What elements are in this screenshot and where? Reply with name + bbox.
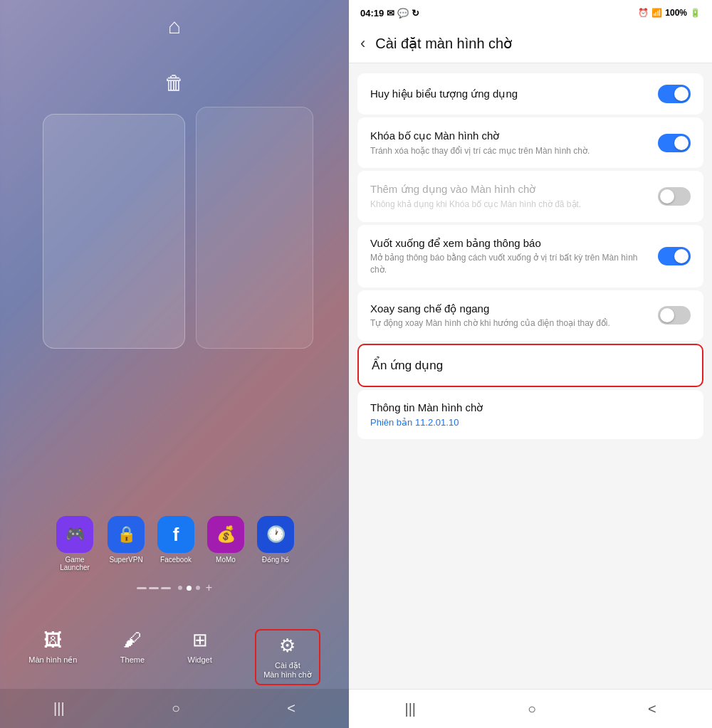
right-panel: 04:19 ✉ 💬 ↻ ⏰ 📶 100% 🔋 ‹ Cài đặt màn hìn…	[349, 0, 712, 728]
hidden-apps-item[interactable]: Ẩn ứng dụng	[359, 345, 702, 386]
add-page-icon[interactable]: +	[206, 581, 212, 594]
app-icon-img-1: 🔒	[108, 516, 145, 553]
settings-item-rotate-title: Xoay sang chế độ ngang	[370, 302, 649, 316]
dot-inactive2	[196, 586, 200, 590]
nav-back-right[interactable]: <	[648, 701, 656, 717]
toggle-thumb-badge	[674, 87, 689, 101]
toggle-badge[interactable]	[658, 85, 691, 103]
theme-icon: 🖌	[123, 629, 142, 651]
hidden-apps-card[interactable]: Ẩn ứng dụng	[357, 344, 703, 387]
status-time: 04:19	[360, 8, 384, 19]
app-icons-row: 🎮 Game Launcher 🔒 SuperVPN f Facebook 💰 …	[0, 516, 349, 571]
settings-item-addapps-desc: Không khả dụng khi Khóa bố cục Màn hình …	[370, 199, 649, 211]
settings-card-rotate: Xoay sang chế độ ngang Tự động xoay Màn …	[357, 290, 703, 341]
settings-item-rotate[interactable]: Xoay sang chế độ ngang Tự động xoay Màn …	[357, 290, 703, 341]
toggle-thumb-rotate	[660, 308, 674, 322]
settings-item-swipe[interactable]: Vuốt xuống để xem bảng thông báo Mở bảng…	[357, 225, 703, 287]
settings-card-addapps: Thêm ứng dụng vào Màn hình chờ Không khả…	[357, 171, 703, 221]
app-icon-1[interactable]: 🔒 SuperVPN	[108, 516, 145, 571]
toggle-thumb-lock	[674, 136, 689, 150]
info-card[interactable]: Thông tin Màn hình chờ Phiên bản 11.2.01…	[357, 390, 703, 439]
back-button[interactable]: ‹	[360, 34, 365, 53]
bottom-toolbar: 🖼 Màn hình nền 🖌 Theme ⊞ Widget ⚙ Cài đặ…	[0, 629, 349, 685]
status-left: 04:19 ✉ 💬 ↻	[360, 8, 419, 19]
status-battery-icon: 🔋	[690, 8, 701, 18]
home-icon: ⌂	[168, 14, 181, 38]
toolbar-settings-label: Cài đặt Màn hình chờ	[263, 661, 312, 680]
dot-active	[187, 586, 192, 591]
settings-item-lock[interactable]: Khóa bố cục Màn hình chờ Tránh xóa hoặc …	[357, 117, 703, 168]
nav-recent-left[interactable]: |||	[53, 700, 65, 717]
page-dots: +	[0, 581, 349, 594]
status-email-icon: ✉	[387, 8, 394, 19]
dot-inactive	[178, 586, 182, 590]
dot-line	[149, 587, 159, 589]
app-icon-img-3: 💰	[207, 516, 244, 553]
settings-card-swipe: Vuốt xuống để xem bảng thông báo Mở bảng…	[357, 225, 703, 287]
wallpaper-icon: 🖼	[43, 629, 62, 651]
status-bar: 04:19 ✉ 💬 ↻ ⏰ 📶 100% 🔋	[349, 0, 712, 26]
settings-item-rotate-desc: Tự động xoay Màn hình chờ khi hướng của …	[370, 317, 649, 329]
nav-back-left[interactable]: <	[287, 700, 295, 717]
nav-recent-right[interactable]: |||	[404, 701, 416, 717]
status-battery: 100%	[665, 8, 687, 18]
left-panel: ⌂ 🗑 🎮 Game Launcher 🔒 SuperVPN f Faceboo…	[0, 0, 349, 728]
hidden-apps-title: Ẩn ứng dụng	[372, 358, 689, 373]
settings-item-lock-title: Khóa bố cục Màn hình chờ	[370, 129, 649, 143]
toolbar-wallpaper-label: Màn hình nền	[28, 655, 77, 665]
status-alarm-icon: ⏰	[638, 8, 649, 18]
settings-item-badge[interactable]: Huy hiệu biểu tượng ứng dụng	[357, 73, 703, 115]
app-icon-4[interactable]: 🕐 Đồng hồ	[257, 516, 294, 571]
dot-line	[137, 587, 147, 589]
app-icon-label-0: Game Launcher	[55, 556, 95, 571]
app-icon-img-2: f	[157, 516, 194, 553]
app-icon-label-2: Facebook	[160, 556, 192, 564]
settings-item-badge-text: Huy hiệu biểu tượng ứng dụng	[370, 87, 658, 101]
app-icon-0[interactable]: 🎮 Game Launcher	[55, 516, 95, 571]
trash-icon: 🗑	[164, 71, 184, 95]
toggle-thumb-swipe	[674, 249, 689, 263]
settings-card-lock: Khóa bố cục Màn hình chờ Tránh xóa hoặc …	[357, 117, 703, 168]
info-title: Thông tin Màn hình chờ	[370, 401, 691, 414]
toggle-swipe[interactable]	[658, 247, 691, 265]
settings-item-addapps-title: Thêm ứng dụng vào Màn hình chờ	[370, 182, 649, 196]
settings-item-badge-title: Huy hiệu biểu tượng ứng dụng	[370, 87, 649, 101]
settings-item-swipe-text: Vuốt xuống để xem bảng thông báo Mở bảng…	[370, 236, 658, 276]
status-right: ⏰ 📶 100% 🔋	[638, 8, 701, 18]
app-icon-3[interactable]: 💰 MoMo	[207, 516, 244, 571]
app-icon-label-1: SuperVPN	[109, 556, 142, 564]
toolbar-theme[interactable]: 🖌 Theme	[120, 629, 145, 685]
app-icon-label-4: Đồng hồ	[262, 556, 290, 564]
info-version: Phiên bản 11.2.01.10	[370, 417, 691, 428]
toggle-lock[interactable]	[658, 134, 691, 152]
status-msg-icon: 💬	[397, 8, 409, 19]
dot-line	[161, 587, 171, 589]
toolbar-theme-label: Theme	[120, 655, 145, 664]
toolbar-settings[interactable]: ⚙ Cài đặt Màn hình chờ	[255, 629, 320, 685]
toggle-addapps	[658, 187, 691, 206]
nav-home-left[interactable]: ○	[172, 700, 180, 717]
status-signal-icon: 📶	[651, 8, 662, 18]
app-icon-label-3: MoMo	[216, 556, 236, 564]
widget-icon: ⊞	[192, 629, 208, 651]
toolbar-widget-label: Widget	[188, 655, 212, 664]
settings-item-swipe-desc: Mở bảng thông báo bằng cách vuốt xuống ở…	[370, 252, 649, 276]
status-sync-icon: ↻	[412, 8, 419, 19]
toolbar-wallpaper[interactable]: 🖼 Màn hình nền	[28, 629, 77, 685]
settings-item-addapps-text: Thêm ứng dụng vào Màn hình chờ Không khả…	[370, 182, 658, 210]
page-title: Cài đặt màn hình chờ	[375, 35, 512, 52]
settings-item-lock-desc: Tránh xóa hoặc thay đổi vị trí các mục t…	[370, 145, 649, 157]
settings-card-badge: Huy hiệu biểu tượng ứng dụng	[357, 73, 703, 115]
settings-item-lock-text: Khóa bố cục Màn hình chờ Tránh xóa hoặc …	[370, 129, 658, 157]
nav-home-right[interactable]: ○	[528, 701, 536, 717]
settings-item-rotate-text: Xoay sang chế độ ngang Tự động xoay Màn …	[370, 302, 658, 329]
toolbar-widget[interactable]: ⊞ Widget	[188, 629, 212, 685]
settings-icon: ⚙	[279, 635, 295, 657]
app-icon-img-4: 🕐	[257, 516, 294, 553]
nav-bar-left: ||| ○ <	[0, 689, 349, 728]
toggle-rotate[interactable]	[658, 306, 691, 325]
app-icon-2[interactable]: f Facebook	[157, 516, 194, 571]
app-icon-img-0: 🎮	[56, 516, 93, 553]
settings-item-addapps: Thêm ứng dụng vào Màn hình chờ Không khả…	[357, 171, 703, 221]
toggle-thumb-addapps	[660, 189, 674, 204]
